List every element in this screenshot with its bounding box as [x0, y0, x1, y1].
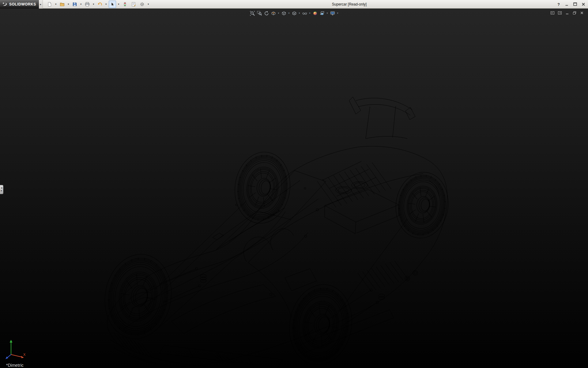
doc-minimize-icon [565, 11, 569, 15]
section-view-button[interactable] [270, 10, 277, 16]
edit-appearance-icon [312, 11, 318, 16]
doc-restore-icon [572, 11, 577, 15]
doc-previous-icon [550, 11, 555, 15]
save-dropdown[interactable]: ▾ [80, 3, 82, 6]
wheel-wireframe [283, 280, 358, 368]
doc-next-icon [558, 11, 562, 15]
minimize-icon [564, 2, 569, 7]
open-dropdown[interactable]: ▾ [67, 3, 70, 6]
print-button[interactable] [84, 1, 91, 8]
view-settings-icon [330, 11, 335, 16]
apply-scene-button[interactable] [319, 10, 325, 16]
x-axis-label: X [23, 353, 26, 356]
zoom-to-fit-button[interactable] [249, 10, 255, 16]
document-window-controls [550, 10, 584, 15]
maximize-icon [573, 2, 578, 7]
file-properties-button[interactable] [130, 1, 137, 8]
open-icon [60, 2, 65, 7]
rebuild-icon [123, 2, 127, 7]
select-button[interactable] [109, 1, 116, 8]
close-icon [581, 2, 586, 7]
window-controls: ? [556, 0, 586, 9]
view-orientation-label: *Dimetric [6, 363, 24, 368]
hatch-lines [114, 333, 152, 358]
supercar-wireframe-model[interactable] [0, 9, 588, 368]
options-icon [140, 2, 145, 7]
apply-scene-dropdown[interactable]: ▾ [326, 12, 329, 14]
wheel-wireframe [230, 148, 295, 227]
section-view-dropdown[interactable]: ▾ [277, 12, 280, 14]
dassault-swoosh-icon [2, 2, 8, 7]
graphics-area[interactable]: ▾▾▾▾▾▾ ◄ ► X *Dimetric [0, 9, 588, 368]
y-axis-arrow [10, 340, 13, 343]
collapse-arrow-right-icon: ► [1, 190, 3, 192]
new-document-dropdown[interactable]: ▾ [55, 3, 57, 6]
view-orientation-dropdown[interactable]: ▾ [288, 12, 290, 14]
hide-show-items-button[interactable] [302, 10, 308, 16]
save-icon [72, 2, 77, 7]
solidworks-window: SOLIDWORKS ▸ ▾▾▾▾▾▾▾ Supercar [Read-only… [0, 0, 588, 368]
undo-icon [97, 2, 102, 7]
display-style-button[interactable] [291, 10, 297, 16]
display-style-dropdown[interactable]: ▾ [298, 12, 301, 14]
view-orientation-icon [281, 11, 286, 16]
save-button[interactable] [71, 1, 78, 8]
titlebar: SOLIDWORKS ▸ ▾▾▾▾▾▾▾ Supercar [Read-only… [0, 0, 588, 9]
zoom-to-fit-icon [250, 11, 255, 16]
apply-scene-icon [319, 11, 325, 16]
heads-up-view-toolbar: ▾▾▾▾▾▾ [249, 10, 339, 16]
previous-view-icon [264, 11, 269, 16]
menu-expander-arrow[interactable]: ▸ [39, 0, 43, 9]
undo-button[interactable] [96, 1, 104, 8]
doc-next-button[interactable] [557, 10, 562, 15]
new-document-button[interactable] [46, 1, 53, 8]
solidworks-logo: SOLIDWORKS [0, 0, 39, 9]
wheel-wireframe [98, 249, 178, 344]
brand-text: SOLIDWORKS [9, 2, 36, 6]
new-document-icon [47, 2, 52, 7]
zoom-to-area-icon [257, 11, 262, 16]
doc-restore-button[interactable] [572, 10, 577, 15]
svg-text:?: ? [557, 2, 560, 7]
view-settings-button[interactable] [330, 10, 336, 16]
print-icon [85, 2, 90, 7]
display-style-icon [292, 11, 297, 16]
file-properties-icon [131, 2, 136, 7]
undo-dropdown[interactable]: ▾ [105, 3, 107, 6]
print-dropdown[interactable]: ▾ [92, 3, 95, 6]
doc-minimize-button[interactable] [565, 10, 570, 15]
options-button[interactable] [138, 1, 146, 8]
zoom-to-area-button[interactable] [256, 10, 262, 16]
select-icon [110, 2, 115, 7]
view-orientation-button[interactable] [281, 10, 287, 16]
window-title: Supercar [Read-only] [332, 2, 367, 6]
edit-appearance-button[interactable] [312, 10, 318, 16]
help-button[interactable]: ? [556, 1, 562, 7]
rebuild-button[interactable] [121, 1, 129, 8]
feature-panel-collapse-tab[interactable]: ◄ ► [0, 185, 3, 194]
close-button[interactable] [580, 1, 586, 7]
car-body-wireframe [107, 97, 447, 368]
select-dropdown[interactable]: ▾ [117, 3, 120, 6]
section-view-icon [271, 11, 276, 16]
collapse-arrow-left-icon: ◄ [1, 187, 3, 190]
doc-close-button[interactable] [579, 10, 584, 15]
doc-close-icon [580, 11, 584, 15]
view-settings-dropdown[interactable]: ▾ [337, 12, 339, 14]
hatch-lines [211, 353, 263, 368]
minimize-button[interactable] [564, 1, 570, 7]
hatch-lines [317, 163, 391, 207]
hide-show-items-icon [302, 11, 307, 16]
help-icon: ? [556, 2, 561, 7]
maximize-button[interactable] [572, 1, 578, 7]
options-dropdown[interactable]: ▾ [147, 3, 150, 6]
previous-view-button[interactable] [263, 10, 270, 16]
wheel-wireframe [392, 169, 453, 241]
doc-previous-button[interactable] [550, 10, 555, 15]
hide-show-items-dropdown[interactable]: ▾ [309, 12, 311, 14]
reference-triad: X [4, 335, 29, 360]
main-toolbar: ▾▾▾▾▾▾▾ [46, 1, 150, 8]
open-button[interactable] [58, 1, 66, 8]
